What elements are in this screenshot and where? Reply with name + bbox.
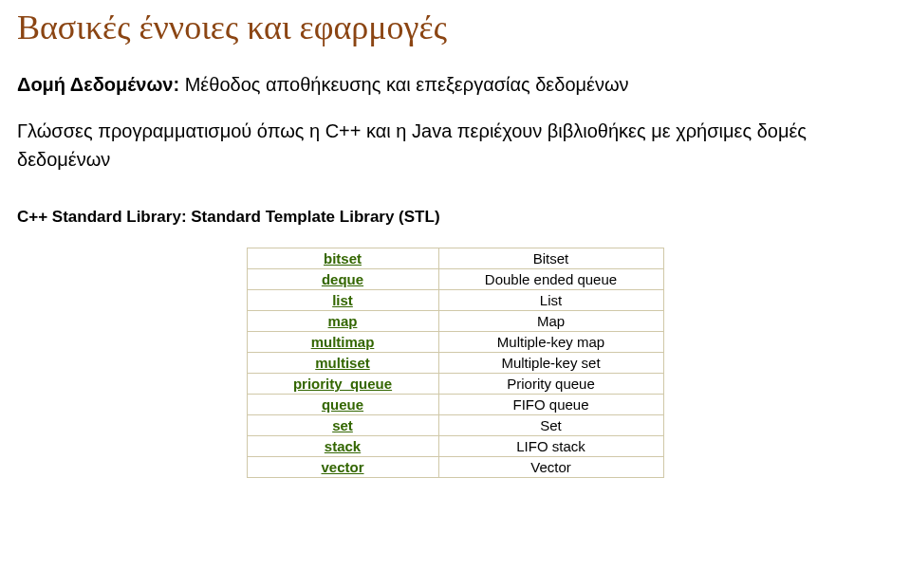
subtitle-rest: Μέθοδος αποθήκευσης και επεξεργασίας δεδ…	[179, 74, 628, 95]
stl-table: bitset Bitset deque Double ended queue l…	[247, 248, 664, 478]
page-title: Βασικές έννοιες και εφαρμογές	[17, 8, 893, 47]
stl-desc: Bitset	[438, 248, 663, 269]
stl-link[interactable]: map	[328, 313, 358, 329]
stl-desc: LIFO stack	[438, 436, 663, 457]
stl-link[interactable]: queue	[322, 396, 363, 413]
stl-desc: FIFO queue	[438, 395, 663, 415]
paragraph: Γλώσσες προγραμματισμού όπως η C++ και η…	[17, 117, 893, 174]
stl-link[interactable]: stack	[325, 438, 361, 454]
subtitle: Δομή Δεδομένων: Μέθοδος αποθήκευσης και …	[17, 74, 893, 96]
stl-link[interactable]: deque	[322, 271, 363, 287]
stl-desc: Vector	[438, 457, 663, 478]
section-label: C++ Standard Library: Standard Template …	[17, 208, 893, 227]
table-container: bitset Bitset deque Double ended queue l…	[17, 248, 893, 478]
page: Βασικές έννοιες και εφαρμογές Δομή Δεδομ…	[0, 0, 910, 487]
stl-link[interactable]: vector	[321, 459, 363, 475]
stl-desc: Set	[438, 415, 663, 436]
table-row: vector Vector	[247, 457, 663, 478]
stl-link[interactable]: bitset	[324, 250, 362, 266]
stl-link[interactable]: list	[332, 292, 353, 308]
table-row: multimap Multiple-key map	[247, 332, 663, 353]
subtitle-bold: Δομή Δεδομένων:	[17, 74, 179, 95]
stl-desc: Double ended queue	[438, 269, 663, 290]
stl-link[interactable]: multiset	[315, 355, 370, 371]
stl-link[interactable]: multimap	[311, 334, 375, 350]
table-row: queue FIFO queue	[247, 395, 663, 415]
table-row: priority_queue Priority queue	[247, 374, 663, 395]
table-row: bitset Bitset	[247, 248, 663, 269]
table-row: map Map	[247, 311, 663, 332]
stl-link[interactable]: set	[332, 417, 353, 433]
table-row: set Set	[247, 415, 663, 436]
table-row: deque Double ended queue	[247, 269, 663, 290]
stl-desc: Priority queue	[438, 374, 663, 395]
table-row: stack LIFO stack	[247, 436, 663, 457]
table-row: list List	[247, 290, 663, 311]
stl-desc: Map	[438, 311, 663, 332]
stl-desc: Multiple-key map	[438, 332, 663, 353]
stl-desc: Multiple-key set	[438, 353, 663, 374]
table-row: multiset Multiple-key set	[247, 353, 663, 374]
stl-link[interactable]: priority_queue	[293, 376, 392, 392]
stl-desc: List	[438, 290, 663, 311]
